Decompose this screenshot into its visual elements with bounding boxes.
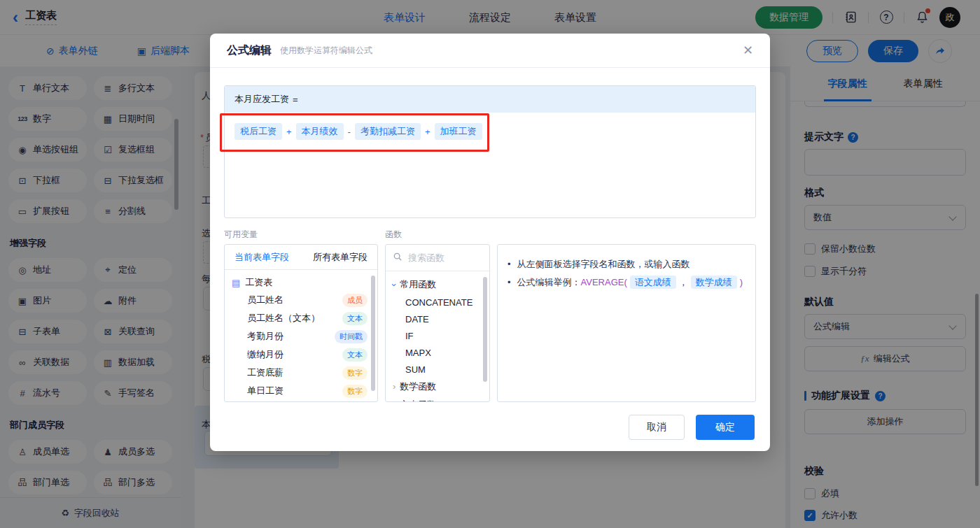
function-search[interactable] <box>386 245 489 271</box>
function-group-math[interactable]: › 数学函数 <box>386 378 489 396</box>
form-tree-root[interactable]: ▤ 工资表 <box>225 270 377 291</box>
help-example: • 公式编辑举例：AVERAGE(语文成绩，数学成绩) <box>507 273 746 292</box>
chevron-right-icon: › <box>393 381 396 392</box>
function-item[interactable]: SUM <box>386 361 489 378</box>
tab-all-form-fields[interactable]: 所有表单字段 <box>313 251 368 264</box>
search-icon <box>393 252 402 264</box>
formula-operator[interactable]: + <box>286 127 292 137</box>
functions-label: 函数 <box>385 229 402 241</box>
variable-row[interactable]: 考勤月份时间戳 <box>225 327 377 345</box>
field-type-badge: 成员 <box>342 294 368 307</box>
cancel-button[interactable]: 取消 <box>629 415 685 440</box>
chevron-right-icon: › <box>393 399 396 403</box>
formula-field-token[interactable]: 加班工资 <box>435 123 482 140</box>
variables-label: 可用变量 <box>224 229 385 241</box>
variable-row[interactable]: 工资底薪数字 <box>225 364 377 382</box>
formula-operator[interactable]: + <box>425 127 430 137</box>
example-field-chip: 语文成绩 <box>630 276 676 289</box>
formula-field-token[interactable]: 本月绩效 <box>296 123 344 140</box>
confirm-button[interactable]: 确定 <box>696 415 755 440</box>
modal-header: 公式编辑 使用数学运算符编辑公式 ✕ <box>210 34 770 68</box>
function-group-text[interactable]: › 文本函数 <box>386 396 489 402</box>
function-item[interactable]: MAPX <box>386 344 489 361</box>
function-item[interactable]: CONCATENATE <box>386 294 489 311</box>
formula-edit-modal: 公式编辑 使用数学运算符编辑公式 ✕ 本月应发工资= 税后工资 + 本月绩效 -… <box>210 34 770 451</box>
field-type-badge: 文本 <box>342 312 368 325</box>
chevron-down-icon: › <box>389 283 400 286</box>
field-type-badge: 文本 <box>342 348 368 362</box>
formula-field-token[interactable]: 考勤扣减工资 <box>355 123 421 140</box>
formula-target: 本月应发工资= <box>225 86 755 113</box>
close-icon[interactable]: ✕ <box>743 43 753 58</box>
modal-title: 公式编辑 <box>227 43 272 58</box>
form-doc-icon: ▤ <box>232 278 240 288</box>
example-field-chip: 数学成绩 <box>691 276 737 289</box>
variable-row[interactable]: 员工姓名成员 <box>225 291 377 309</box>
functions-scrollbar[interactable] <box>483 277 487 382</box>
function-item[interactable]: IF <box>386 327 489 344</box>
search-input[interactable] <box>407 252 482 264</box>
tab-current-form-fields[interactable]: 当前表单字段 <box>234 251 289 264</box>
field-type-badge: 数字 <box>342 366 368 380</box>
modal-subtitle: 使用数学运算符编辑公式 <box>280 45 372 57</box>
variables-scrollbar[interactable] <box>371 276 375 391</box>
variable-row[interactable]: 单日工资数字 <box>225 382 377 400</box>
function-group-common[interactable]: › 常用函数 <box>386 276 489 294</box>
variable-row[interactable]: 员工姓名（文本）文本 <box>225 309 377 327</box>
formula-help-panel: •从左侧面板选择字段名和函数，或输入函数 • 公式编辑举例：AVERAGE(语文… <box>497 244 756 402</box>
formula-operator[interactable]: - <box>348 127 351 137</box>
formula-expression[interactable]: 税后工资 + 本月绩效 - 考勤扣减工资 + 加班工资 <box>225 113 755 150</box>
help-tip: •从左侧面板选择字段名和函数，或输入函数 <box>507 255 746 273</box>
variables-panel: 当前表单字段 所有表单字段 ▤ 工资表 员工姓名成员 员工姓名（文本）文本 考勤… <box>224 244 378 402</box>
field-type-badge: 时间戳 <box>335 330 368 343</box>
function-item[interactable]: DATE <box>386 311 489 327</box>
field-type-badge: 数字 <box>342 385 368 398</box>
functions-panel: › 常用函数 CONCATENATE DATE IF MAPX SUM › 数学… <box>385 244 490 402</box>
formula-editor[interactable]: 本月应发工资= 税后工资 + 本月绩效 - 考勤扣减工资 + 加班工资 <box>224 85 756 218</box>
variable-row[interactable]: 缴纳月份文本 <box>225 345 377 364</box>
formula-field-token[interactable]: 税后工资 <box>234 123 282 140</box>
